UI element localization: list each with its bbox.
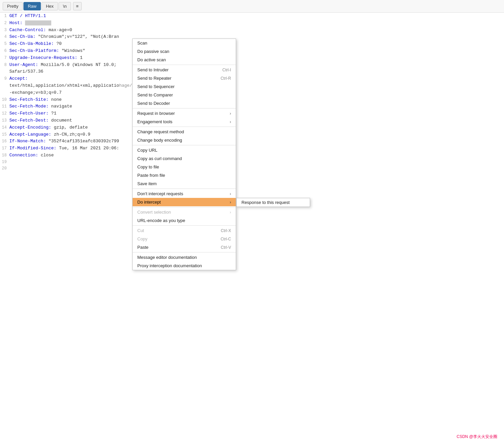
chevron-right-icon: › [230,210,231,215]
tab-pretty[interactable]: Pretty [3,2,23,10]
code-line-19: 19 [0,159,504,165]
watermark: CSDN @李火火安全圈 [456,434,497,440]
menu-item-active-scan[interactable]: Do active scan [133,56,236,64]
code-line-9c: -exchange;v=b3;q=0.7 [0,89,504,96]
menu-item-send-comparer[interactable]: Send to Comparer [133,91,236,99]
menu-item-save-item[interactable]: Save item [133,179,236,188]
menu-separator-8 [133,252,236,252]
do-intercept-submenu: Response to this request [236,198,310,207]
menu-item-cut[interactable]: Cut Ctrl-X [133,226,236,235]
menu-separator-6 [133,207,236,207]
chevron-right-icon: › [230,200,231,205]
menu-item-paste-file[interactable]: Paste from file [133,171,236,179]
code-line-8b: Safari/537.36 [0,68,504,75]
menu-item-paste[interactable]: Paste Ctrl-V [133,243,236,251]
code-line-14: 14 Accept-Encoding: gzip, deflate [0,124,504,131]
code-line-9: 9 Accept: [0,75,504,82]
menu-item-url-encode[interactable]: URL-encode as you type [133,216,236,225]
menu-item-proxy-doc[interactable]: Proxy interception documentation [133,262,236,270]
menu-item-change-method[interactable]: Change request method [133,128,236,136]
context-menu: Scan Do passive scan Do active scan Send… [132,39,236,270]
code-line-8: 8 User-Agent: Mozilla/5.0 (Windows NT 10… [0,62,504,69]
chevron-right-icon: › [230,111,231,116]
code-line-11: 11 Sec-Fetch-Mode: navigate [0,103,504,110]
menu-item-passive-scan[interactable]: Do passive scan [133,47,236,56]
tab-raw[interactable]: Raw [23,2,41,10]
menu-item-dont-intercept[interactable]: Don't intercept requests › [133,190,236,198]
code-line-2: 2 Host: ██████████ [0,20,504,27]
menu-item-send-decoder[interactable]: Send to Decoder [133,99,236,107]
menu-separator-3 [133,127,236,127]
code-line-6: 6 Sec-Ch-Ua-Platform: "Windows" [0,48,504,55]
code-line-7: 7 Upgrade-Insecure-Requests: 1 [0,55,504,62]
menu-item-do-intercept[interactable]: Do intercept › Response to this request [133,198,236,206]
code-line-15: 15 Accept-Language: zh-CN,zh;q=0.9 [0,131,504,138]
menu-separator-1 [133,65,236,65]
code-line-16: 16 If-None-Match: "352f4caf1351eafc83039… [0,138,504,145]
code-line-13: 13 Sec-Fetch-Dest: document [0,117,504,124]
toolbar: Pretty Raw Hex \n ≡ [0,0,504,13]
menu-item-copy-curl[interactable]: Copy as curl command [133,154,236,163]
menu-item-msg-editor-doc[interactable]: Message editor documentation [133,253,236,262]
menu-separator-5 [133,189,236,189]
code-line-9b: text/html,application/xhtml+xml,applicat… [0,82,504,89]
menu-item-send-repeater[interactable]: Send to Repeater Ctrl-R [133,74,236,82]
code-line-20: 20 [0,165,504,172]
chevron-right-icon: › [230,192,231,196]
menu-item-copy[interactable]: Copy Ctrl-C [133,235,236,243]
menu-item-convert-selection[interactable]: Convert selection › [133,208,236,216]
menu-item-send-sequencer[interactable]: Send to Sequencer [133,82,236,91]
code-area: 1 GET / HTTP/1.1 2 Host: ██████████ 3 Ca… [0,13,504,444]
editor-area: Pretty Raw Hex \n ≡ 1 GET / HTTP/1.1 2 H… [0,0,504,445]
code-line-18: 18 Connection: close [0,152,504,159]
menu-separator-4 [133,145,236,145]
code-line-5: 5 Sec-Ch-Ua-Mobile: ?0 [0,41,504,48]
chevron-right-icon: › [230,120,231,124]
menu-item-request-browser[interactable]: Request in browser › [133,109,236,118]
code-line-3: 3 Cache-Control: max-age=0 [0,27,504,34]
menu-item-copy-file[interactable]: Copy to file [133,163,236,171]
tab-newline[interactable]: \n [59,2,71,10]
code-line-17: 17 If-Modified-Since: Tue, 16 Mar 2021 2… [0,145,504,152]
code-line-10: 10 Sec-Fetch-Site: none [0,96,504,103]
menu-item-scan[interactable]: Scan [133,39,236,47]
submenu-item-response[interactable]: Response to this request [237,198,310,207]
code-line-1: 1 GET / HTTP/1.1 [0,13,504,20]
code-line-12: 12 Sec-Fetch-User: ?1 [0,110,504,117]
menu-button[interactable]: ≡ [73,2,82,10]
tab-hex[interactable]: Hex [42,2,58,10]
menu-separator-2 [133,108,236,108]
menu-item-change-encoding[interactable]: Change body encoding [133,136,236,144]
menu-item-send-intruder[interactable]: Send to Intruder Ctrl-I [133,66,236,74]
code-line-4: 4 Sec-Ch-Ua: "Chromium";v="122", "Not(A:… [0,33,504,41]
menu-item-engagement-tools[interactable]: Engagement tools › [133,118,236,126]
menu-item-copy-url[interactable]: Copy URL [133,146,236,154]
menu-separator-7 [133,225,236,226]
